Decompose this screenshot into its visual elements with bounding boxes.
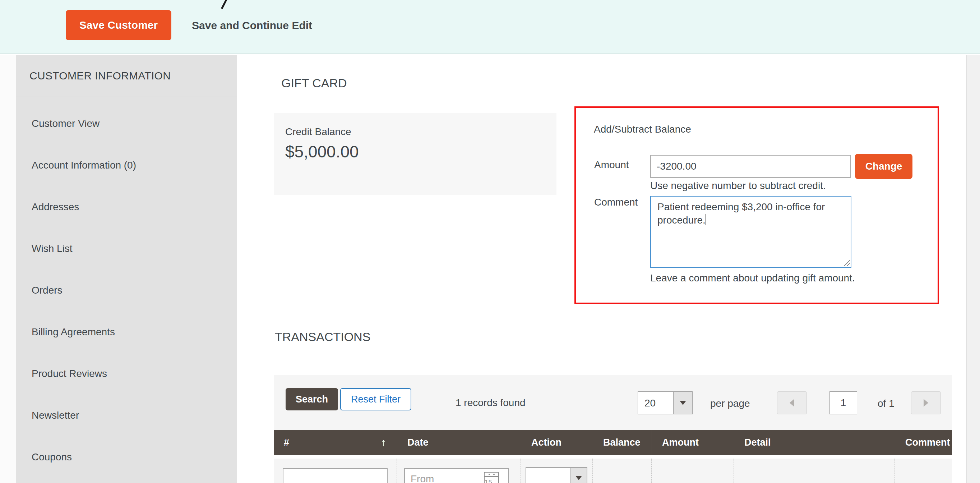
sidebar-title: CUSTOMER INFORMATION bbox=[16, 55, 237, 97]
search-button[interactable]: Search bbox=[286, 388, 338, 410]
customer-sidebar: CUSTOMER INFORMATION Customer View Accou… bbox=[16, 55, 237, 483]
change-button[interactable]: Change bbox=[855, 154, 912, 179]
credit-balance-label: Credit Balance bbox=[285, 126, 352, 138]
calendar-icon[interactable]: 15 bbox=[484, 472, 499, 483]
sidebar-item-wish-list[interactable]: Wish List bbox=[16, 228, 237, 269]
save-and-continue-link[interactable]: Save and Continue Edit bbox=[192, 19, 312, 32]
mouse-cursor bbox=[221, 0, 228, 9]
page-number-input[interactable] bbox=[829, 391, 857, 414]
comment-text: Patient redeeming $3,200 in-office for p… bbox=[657, 201, 825, 226]
column-header-balance[interactable]: Balance bbox=[593, 430, 652, 455]
filter-cell-comment bbox=[895, 459, 952, 483]
sidebar-item-product-reviews[interactable]: Product Reviews bbox=[16, 353, 237, 395]
gift-card-section-title: GIFT CARD bbox=[281, 76, 347, 90]
chevron-down-icon bbox=[680, 401, 686, 405]
filter-cell-action bbox=[521, 459, 593, 483]
left-margin bbox=[0, 55, 16, 483]
comment-textarea[interactable]: Patient redeeming $3,200 in-office for p… bbox=[650, 196, 851, 268]
select-arrow-box[interactable] bbox=[673, 392, 692, 414]
per-page-select[interactable]: 20 bbox=[638, 391, 693, 414]
calendar-icon-top bbox=[485, 473, 498, 477]
text-caret bbox=[706, 214, 706, 225]
column-header-date[interactable]: Date bbox=[397, 430, 521, 455]
filter-cell-detail bbox=[734, 459, 895, 483]
sidebar-item-orders[interactable]: Orders bbox=[16, 269, 237, 311]
sidebar-menu: Customer View Account Information (0) Ad… bbox=[16, 97, 237, 478]
credit-balance-card: Credit Balance $5,000.00 bbox=[274, 113, 557, 195]
per-page-label: per page bbox=[710, 398, 750, 409]
action-filter-select[interactable] bbox=[525, 467, 587, 483]
transactions-filter-row: 15 bbox=[274, 459, 952, 483]
comment-note: Leave a comment about updating gift amou… bbox=[650, 273, 855, 284]
column-header-action[interactable]: Action bbox=[521, 430, 593, 455]
transactions-section-title: TRANSACTIONS bbox=[275, 330, 371, 344]
previous-page-button[interactable] bbox=[777, 391, 807, 414]
prev-page-icon bbox=[790, 399, 794, 407]
sort-asc-icon[interactable]: ↑ bbox=[381, 430, 386, 455]
panel-title: Add/Subtract Balance bbox=[594, 124, 691, 135]
amount-input[interactable] bbox=[650, 155, 851, 178]
chevron-down-icon bbox=[576, 476, 582, 480]
column-header-number[interactable]: # ↑ bbox=[274, 430, 397, 455]
records-found-text: 1 records found bbox=[455, 397, 525, 409]
scrollbar-track[interactable] bbox=[966, 55, 980, 483]
filter-cell-amount-change bbox=[652, 459, 734, 483]
next-page-button[interactable] bbox=[911, 391, 941, 414]
number-filter-input[interactable] bbox=[283, 468, 388, 483]
per-page-value: 20 bbox=[644, 397, 655, 409]
sidebar-item-customer-view[interactable]: Customer View bbox=[16, 103, 237, 145]
page-count-text: of 1 bbox=[878, 398, 894, 409]
amount-label: Amount bbox=[594, 159, 629, 171]
transactions-table-header: # ↑ Date Action Balance Amount Change De… bbox=[274, 430, 952, 455]
amount-note: Use negative number to subtract credit. bbox=[650, 180, 826, 191]
save-customer-button[interactable]: Save Customer bbox=[66, 10, 171, 40]
column-header-comment[interactable]: Comment bbox=[895, 430, 952, 455]
filter-cell-date: 15 bbox=[397, 459, 521, 483]
filter-cell-number bbox=[274, 459, 397, 483]
comment-label: Comment bbox=[594, 196, 638, 208]
textarea-resize-handle[interactable] bbox=[843, 260, 850, 266]
next-page-icon bbox=[924, 399, 928, 407]
column-header-amount-change[interactable]: Amount Change bbox=[652, 430, 734, 455]
add-subtract-balance-panel-highlighted: Add/Subtract Balance Amount Change Use n… bbox=[574, 106, 939, 304]
credit-balance-value: $5,000.00 bbox=[285, 142, 359, 161]
reset-filter-button[interactable]: Reset Filter bbox=[340, 388, 411, 410]
transactions-toolbar: Search Reset Filter 1 records found 20 p… bbox=[274, 375, 952, 430]
sidebar-item-addresses[interactable]: Addresses bbox=[16, 186, 237, 228]
page-actions-bar: Save Customer Save and Continue Edit bbox=[0, 0, 980, 54]
sidebar-item-account-information[interactable]: Account Information (0) bbox=[16, 145, 237, 186]
sidebar-item-newsletter[interactable]: Newsletter bbox=[16, 395, 237, 436]
filter-cell-balance bbox=[593, 459, 652, 483]
sidebar-item-billing-agreements[interactable]: Billing Agreements bbox=[16, 311, 237, 353]
column-header-detail[interactable]: Detail bbox=[734, 430, 895, 455]
sidebar-item-coupons[interactable]: Coupons bbox=[16, 436, 237, 478]
select-arrow-box[interactable] bbox=[570, 468, 587, 483]
calendar-icon-day: 15 bbox=[485, 478, 492, 483]
